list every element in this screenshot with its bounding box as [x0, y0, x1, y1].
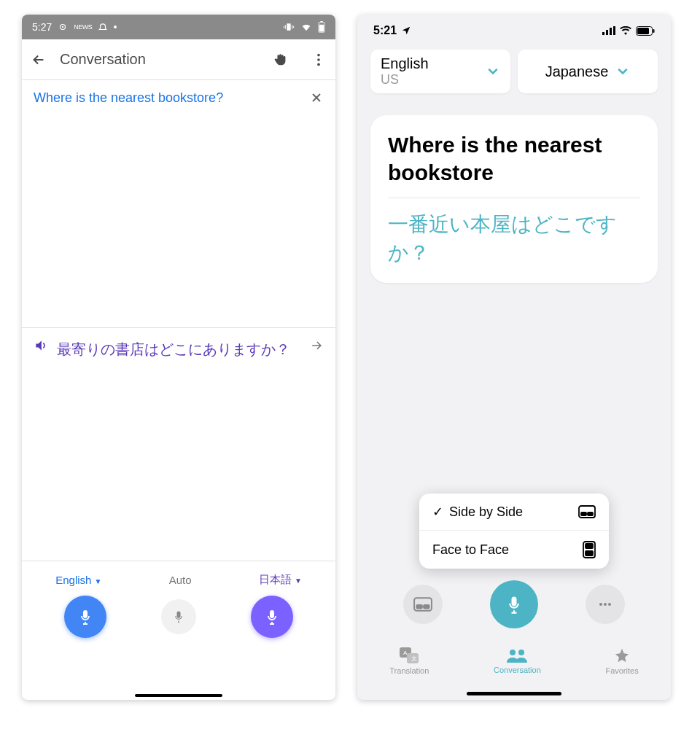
- translated-text: 最寄りの書店はどこにありますか？: [57, 338, 300, 360]
- svg-rect-5: [319, 25, 324, 32]
- auto-language-button[interactable]: Auto: [169, 574, 192, 586]
- svg-rect-23: [416, 605, 422, 608]
- svg-point-7: [317, 58, 320, 61]
- chevron-down-icon: [486, 64, 500, 79]
- app-bar: Conversation: [22, 39, 335, 80]
- tab-bar: A文 Translation Conversation Favorites: [357, 636, 671, 687]
- view-mode-button[interactable]: [403, 585, 443, 624]
- face-to-face-icon: [583, 541, 596, 558]
- side-by-side-icon: [578, 505, 596, 518]
- view-mode-popup: ✓ Side by Side Face to Face: [419, 494, 609, 569]
- hand-icon[interactable]: [273, 52, 289, 68]
- wifi-icon: [620, 26, 631, 35]
- language-row: English▼ Auto 日本語▼: [22, 561, 335, 587]
- source-text: Where is the nearest bookstore?: [34, 90, 324, 106]
- location-arrow-icon: [401, 26, 411, 36]
- svg-rect-10: [606, 30, 608, 35]
- speaker-icon[interactable]: [34, 338, 48, 353]
- popup-item-face-to-face[interactable]: Face to Face: [419, 530, 609, 569]
- source-lang-sublabel: US: [381, 72, 429, 87]
- tab-translation[interactable]: A文 Translation: [389, 647, 429, 675]
- language-selectors: English US Japanese: [357, 47, 671, 104]
- svg-rect-14: [637, 28, 649, 34]
- mic-target-button[interactable]: [251, 596, 293, 638]
- mic-source-button[interactable]: [64, 596, 106, 638]
- tab-label: Translation: [389, 666, 429, 675]
- arrow-right-icon[interactable]: [309, 338, 324, 353]
- status-time: 5:21: [373, 24, 397, 37]
- nav-pill: [135, 694, 222, 697]
- ios-statusbar: 5:21: [357, 15, 671, 47]
- more-options-button[interactable]: [586, 585, 625, 624]
- wifi-icon: [300, 21, 312, 33]
- svg-point-1: [62, 26, 63, 28]
- svg-rect-12: [613, 26, 615, 35]
- svg-rect-18: [588, 512, 593, 515]
- bubble-divider: [388, 198, 640, 198]
- mic-button[interactable]: [490, 580, 538, 628]
- target-lang-label: Japanese: [545, 63, 609, 80]
- gear-icon: [58, 22, 68, 32]
- svg-rect-2: [287, 23, 290, 30]
- dot-icon: [114, 26, 117, 28]
- more-vert-icon[interactable]: [311, 52, 327, 68]
- clear-icon[interactable]: [309, 90, 324, 105]
- svg-point-33: [518, 650, 524, 655]
- mic-auto-button[interactable]: [161, 599, 196, 634]
- news-icon: NEWS: [74, 23, 92, 31]
- checkmark-icon: ✓: [432, 504, 443, 520]
- android-phone: 5:27 NEWS Conversation: [22, 15, 335, 700]
- svg-point-6: [317, 53, 320, 56]
- tab-favorites[interactable]: Favorites: [605, 647, 638, 675]
- svg-rect-17: [581, 512, 586, 515]
- source-language-button[interactable]: English▼: [55, 574, 101, 586]
- svg-rect-24: [424, 605, 429, 608]
- tab-label: Conversation: [494, 666, 541, 674]
- signal-icon: [602, 26, 615, 35]
- svg-point-8: [317, 63, 320, 66]
- svg-rect-4: [320, 21, 322, 23]
- battery-icon: [636, 26, 655, 36]
- svg-point-26: [604, 603, 607, 606]
- tab-conversation[interactable]: Conversation: [494, 648, 541, 674]
- status-time: 5:27: [32, 21, 52, 33]
- bottom-actions: [357, 580, 671, 628]
- svg-rect-15: [653, 29, 655, 33]
- popup-item-label: Side by Side: [449, 504, 523, 520]
- source-lang-label: English: [381, 55, 429, 71]
- svg-rect-20: [586, 544, 593, 548]
- svg-rect-11: [610, 28, 612, 35]
- android-statusbar: 5:27 NEWS: [22, 15, 335, 39]
- battery-icon: [318, 21, 325, 33]
- svg-point-25: [599, 603, 602, 606]
- svg-rect-9: [602, 32, 604, 35]
- bell-icon: [98, 22, 108, 32]
- translated-text-area[interactable]: 最寄りの書店はどこにありますか？: [22, 328, 335, 561]
- bubble-source-text: Where is the nearest bookstore: [388, 131, 640, 186]
- vibrate-icon: [283, 21, 295, 33]
- popup-item-side-by-side[interactable]: ✓ Side by Side: [419, 494, 609, 530]
- svg-point-27: [608, 603, 611, 606]
- svg-text:A: A: [403, 650, 408, 656]
- ios-phone: 5:21 English US: [357, 15, 671, 700]
- chevron-down-icon: [615, 64, 630, 79]
- svg-point-32: [510, 650, 516, 655]
- popup-item-label: Face to Face: [432, 542, 509, 558]
- page-title: Conversation: [60, 51, 260, 68]
- source-language-selector[interactable]: English US: [370, 50, 510, 93]
- svg-text:文: 文: [411, 655, 417, 662]
- bubble-target-text: 一番近い本屋はどこですか？: [388, 210, 640, 267]
- source-text-area[interactable]: Where is the nearest bookstore?: [22, 80, 335, 328]
- mic-row: [22, 587, 335, 652]
- target-language-selector[interactable]: Japanese: [518, 50, 658, 93]
- tab-label: Favorites: [605, 666, 638, 675]
- home-indicator: [467, 692, 561, 695]
- svg-rect-21: [586, 551, 593, 555]
- back-arrow-icon[interactable]: [31, 52, 47, 68]
- translation-bubble[interactable]: Where is the nearest bookstore 一番近い本屋はどこ…: [370, 115, 658, 283]
- target-language-button[interactable]: 日本語▼: [259, 573, 302, 587]
